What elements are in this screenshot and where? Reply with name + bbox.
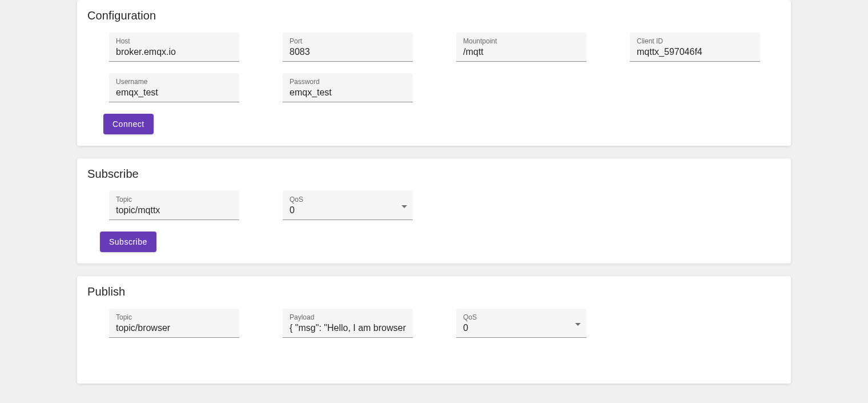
- publish-topic-label: Topic: [116, 313, 232, 321]
- host-label: Host: [116, 37, 232, 45]
- port-label: Port: [290, 37, 406, 45]
- password-input[interactable]: [290, 87, 406, 98]
- host-input[interactable]: [116, 46, 232, 58]
- subscribe-qos-field[interactable]: QoS: [283, 191, 413, 220]
- username-label: Username: [116, 78, 232, 86]
- publish-row: Topic Payload QoS: [87, 309, 781, 338]
- clientid-field[interactable]: Client ID: [630, 33, 760, 62]
- subscribe-topic-input[interactable]: [116, 205, 232, 216]
- configuration-card: Configuration Host Port Mountpoint Clien…: [77, 0, 791, 146]
- connect-button-row: Connect: [87, 114, 781, 134]
- publish-payload-input[interactable]: [290, 322, 406, 334]
- configuration-title: Configuration: [87, 9, 781, 22]
- publish-topic-input[interactable]: [116, 322, 232, 334]
- mountpoint-field[interactable]: Mountpoint: [456, 33, 586, 62]
- port-field[interactable]: Port: [283, 33, 413, 62]
- clientid-input[interactable]: [637, 46, 753, 58]
- subscribe-topic-field[interactable]: Topic: [109, 191, 239, 220]
- publish-qos-select[interactable]: [463, 322, 580, 334]
- publish-qos-field[interactable]: QoS: [456, 309, 586, 338]
- config-row-1: Host Port Mountpoint Client ID: [87, 33, 781, 62]
- subscribe-topic-label: Topic: [116, 195, 232, 204]
- username-input[interactable]: [116, 87, 232, 98]
- publish-qos-label: QoS: [463, 313, 580, 321]
- publish-topic-field[interactable]: Topic: [109, 309, 239, 338]
- port-input[interactable]: [290, 46, 406, 58]
- publish-card: Publish Topic Payload QoS: [77, 276, 791, 384]
- subscribe-button[interactable]: Subscribe: [100, 232, 156, 252]
- subscribe-card: Subscribe Topic QoS Subscribe: [77, 158, 791, 264]
- subscribe-qos-select[interactable]: [290, 205, 406, 216]
- connect-button[interactable]: Connect: [103, 114, 154, 134]
- mountpoint-label: Mountpoint: [463, 37, 580, 45]
- publish-title: Publish: [87, 285, 781, 298]
- publish-payload-field[interactable]: Payload: [283, 309, 413, 338]
- subscribe-qos-label: QoS: [290, 195, 406, 204]
- username-field[interactable]: Username: [109, 73, 239, 102]
- password-label: Password: [290, 78, 406, 86]
- host-field[interactable]: Host: [109, 33, 239, 62]
- subscribe-title: Subscribe: [87, 167, 781, 181]
- subscribe-row: Topic QoS: [87, 191, 781, 220]
- mountpoint-input[interactable]: [463, 46, 580, 58]
- password-field[interactable]: Password: [283, 73, 413, 102]
- subscribe-button-row: Subscribe: [87, 232, 781, 252]
- publish-payload-label: Payload: [290, 313, 406, 321]
- config-row-2: Username Password: [87, 73, 781, 102]
- clientid-label: Client ID: [637, 37, 753, 45]
